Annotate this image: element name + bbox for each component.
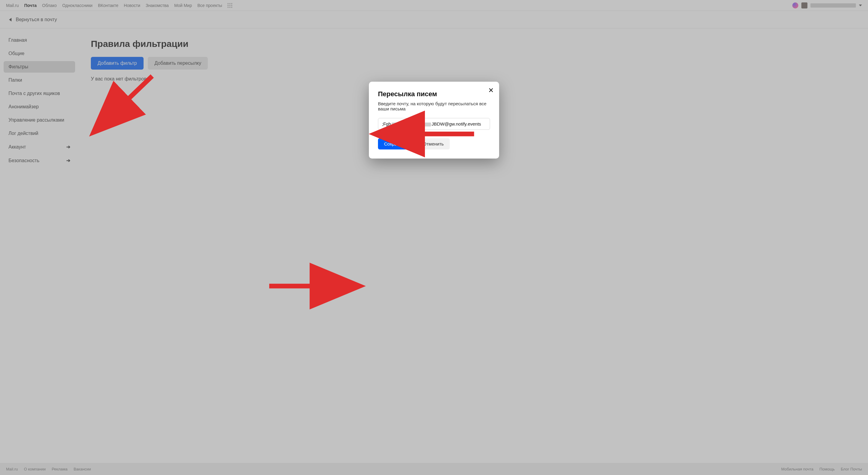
modal-actions: Сохранить Отменить (378, 138, 490, 149)
close-icon[interactable]: ✕ (488, 87, 494, 94)
input-suffix: JBDW@gw.notify.events (432, 121, 481, 127)
forward-email-input[interactable]: ;FghJBDW@gw.notify.events (378, 118, 490, 130)
input-prefix: ;Fgh (382, 121, 391, 127)
modal-overlay: ✕ Пересылка писем Введите почту, на кото… (0, 0, 868, 475)
input-redacted (392, 123, 431, 127)
modal-description: Введите почту, на которую будут пересыла… (378, 101, 490, 111)
forward-modal: ✕ Пересылка писем Введите почту, на кото… (369, 82, 499, 159)
modal-title: Пересылка писем (378, 90, 490, 98)
cancel-button[interactable]: Отменить (417, 138, 450, 149)
save-button[interactable]: Сохранить (378, 138, 413, 149)
